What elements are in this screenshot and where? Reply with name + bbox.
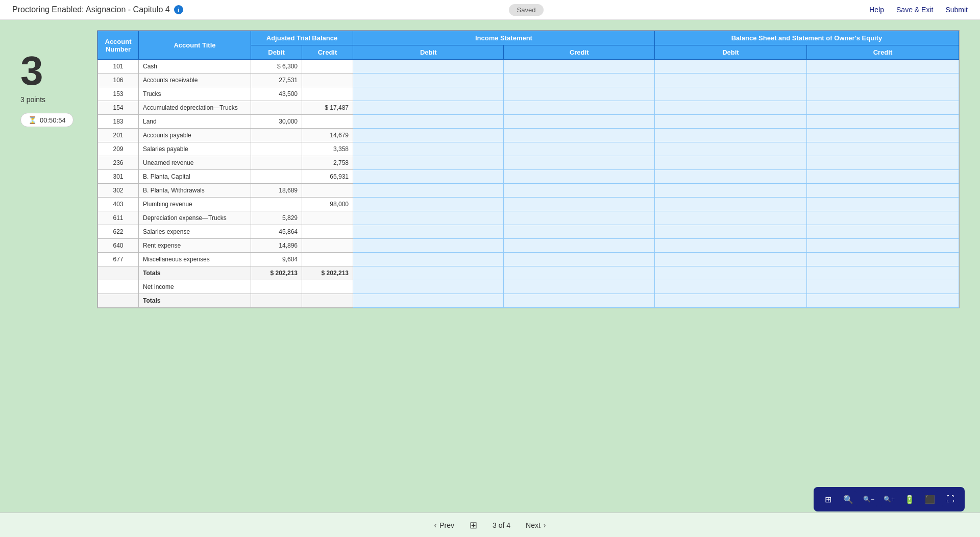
input-iscredit[interactable] [505,61,653,72]
cell-bscredit[interactable] [806,142,959,156]
input-totals-is-credit[interactable] [505,267,653,279]
cell-bsdebit[interactable] [654,60,806,74]
input-bsdebit[interactable] [656,240,805,251]
cell-isdebit[interactable] [353,198,504,211]
input-totals-bs-credit[interactable] [808,267,958,279]
cell-bscredit[interactable] [806,129,959,142]
input-iscredit[interactable] [505,143,653,155]
input-iscredit[interactable] [505,212,653,224]
cell-bscredit[interactable] [806,225,959,239]
cell-bscredit[interactable] [806,60,959,74]
input-bsdebit[interactable] [656,185,805,196]
cell-isdebit[interactable] [353,142,504,156]
cell-ft-bs-credit[interactable] [806,294,959,308]
input-isdebit[interactable] [354,102,502,113]
cell-iscredit[interactable] [504,184,654,198]
table-tool-button[interactable]: ⊞ [820,491,836,507]
cell-isdebit[interactable] [353,184,504,198]
input-isdebit[interactable] [354,171,502,182]
cell-bscredit[interactable] [806,184,959,198]
cell-bscredit[interactable] [806,198,959,211]
cell-ni-bs-debit[interactable] [654,280,806,294]
cell-iscredit[interactable] [504,101,654,115]
input-isdebit[interactable] [354,88,502,100]
cell-bsdebit[interactable] [654,225,806,239]
input-bsdebit[interactable] [656,199,805,210]
cell-totals-is-debit[interactable] [353,266,504,280]
cell-iscredit[interactable] [504,60,654,74]
next-button[interactable]: Next › [526,521,546,529]
input-bsdebit[interactable] [656,143,805,155]
input-iscredit[interactable] [505,130,653,141]
cell-bscredit[interactable] [806,74,959,87]
input-bscredit[interactable] [808,185,958,196]
input-bscredit[interactable] [808,130,958,141]
input-bsdebit[interactable] [656,157,805,168]
cell-isdebit[interactable] [353,225,504,239]
cell-ni-is-credit[interactable] [504,280,654,294]
cell-bsdebit[interactable] [654,198,806,211]
input-bsdebit[interactable] [656,254,805,265]
screen-button[interactable]: ⬛ [922,491,938,507]
input-isdebit[interactable] [354,157,502,168]
input-iscredit[interactable] [505,157,653,168]
input-ni-is-credit[interactable] [505,281,653,292]
input-bscredit[interactable] [808,61,958,72]
input-bscredit[interactable] [808,171,958,182]
input-bsdebit[interactable] [656,226,805,237]
cell-bscredit[interactable] [806,253,959,266]
input-isdebit[interactable] [354,199,502,210]
input-ni-is-debit[interactable] [354,281,502,292]
expand-button[interactable]: ⛶ [942,491,959,507]
cell-iscredit[interactable] [504,253,654,266]
input-bscredit[interactable] [808,88,958,100]
cell-isdebit[interactable] [353,87,504,101]
input-bsdebit[interactable] [656,61,805,72]
cell-bscredit[interactable] [806,211,959,225]
cell-isdebit[interactable] [353,211,504,225]
cell-isdebit[interactable] [353,170,504,184]
cell-ft-bs-debit[interactable] [654,294,806,308]
cell-bsdebit[interactable] [654,101,806,115]
cell-bsdebit[interactable] [654,184,806,198]
cell-iscredit[interactable] [504,74,654,87]
input-bscredit[interactable] [808,240,958,251]
cell-bscredit[interactable] [806,101,959,115]
input-bsdebit[interactable] [656,75,805,86]
input-totals-bs-debit[interactable] [656,267,805,279]
cell-bsdebit[interactable] [654,156,806,170]
input-bscredit[interactable] [808,226,958,237]
input-bsdebit[interactable] [656,102,805,113]
cell-iscredit[interactable] [504,142,654,156]
input-bscredit[interactable] [808,157,958,168]
cell-iscredit[interactable] [504,211,654,225]
input-iscredit[interactable] [505,226,653,237]
input-isdebit[interactable] [354,61,502,72]
prev-button[interactable]: ‹ Prev [434,521,454,529]
input-isdebit[interactable] [354,75,502,86]
input-iscredit[interactable] [505,116,653,127]
cell-bsdebit[interactable] [654,115,806,129]
cell-iscredit[interactable] [504,87,654,101]
input-iscredit[interactable] [505,254,653,265]
cell-bsdebit[interactable] [654,253,806,266]
cell-bsdebit[interactable] [654,74,806,87]
cell-totals-bs-debit[interactable] [654,266,806,280]
cell-iscredit[interactable] [504,225,654,239]
input-bscredit[interactable] [808,116,958,127]
input-isdebit[interactable] [354,212,502,224]
input-iscredit[interactable] [505,240,653,251]
submit-link[interactable]: Submit [945,6,968,14]
input-ft-is-credit[interactable] [505,295,653,306]
cell-iscredit[interactable] [504,115,654,129]
cell-isdebit[interactable] [353,253,504,266]
input-iscredit[interactable] [505,185,653,196]
input-ni-bs-debit[interactable] [656,281,805,292]
input-ft-is-debit[interactable] [354,295,502,306]
cell-iscredit[interactable] [504,198,654,211]
cell-totals-bs-credit[interactable] [806,266,959,280]
cell-bscredit[interactable] [806,239,959,253]
cell-bsdebit[interactable] [654,142,806,156]
input-ft-bs-debit[interactable] [656,295,805,306]
cell-ft-is-credit[interactable] [504,294,654,308]
